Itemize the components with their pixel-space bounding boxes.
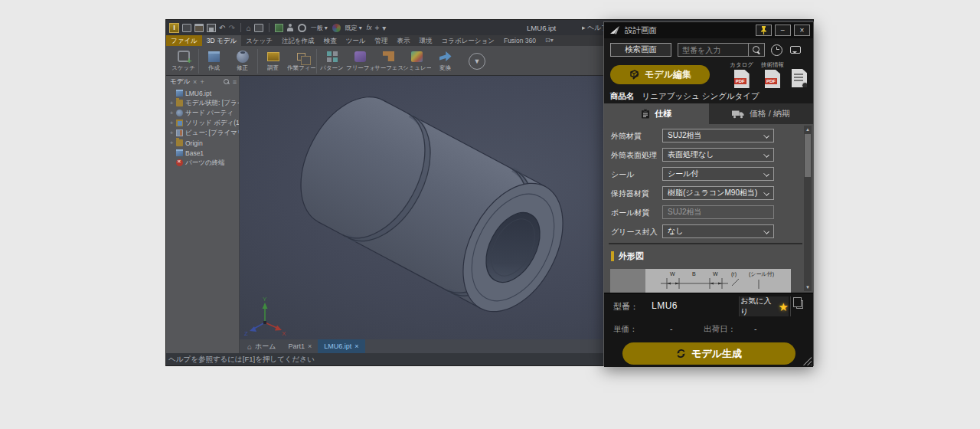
- tree-item-third-party[interactable]: + サード パーティ: [168, 108, 239, 118]
- seal-select[interactable]: シール付: [662, 167, 774, 181]
- unit-price-value: -: [670, 324, 673, 333]
- open-file-icon[interactable]: [194, 24, 204, 32]
- browser-search-icon[interactable]: [224, 79, 230, 85]
- doc-tab-lmu6[interactable]: LMU6.ipt ×: [318, 339, 364, 353]
- expand-icon[interactable]: +: [169, 129, 174, 136]
- tree-item-root[interactable]: LMU6.ipt: [168, 88, 239, 98]
- expand-icon[interactable]: +: [169, 139, 174, 146]
- ribbon-button-freeform[interactable]: フリーフォー...: [346, 47, 374, 75]
- physical-material-icon[interactable]: [298, 24, 306, 32]
- tab-environments[interactable]: 環境: [415, 35, 437, 46]
- technical-info-link[interactable]: 技術情報 PDF: [761, 61, 784, 88]
- doc-tab-home[interactable]: ⌂ ホーム: [241, 339, 282, 353]
- tab-annotate[interactable]: 注記を作成: [277, 35, 319, 46]
- ribbon-button-create[interactable]: 作成: [200, 47, 228, 75]
- tab-3d-model[interactable]: 3D モデル: [202, 35, 241, 46]
- copy-icon[interactable]: [796, 300, 803, 309]
- tree-item-base1[interactable]: Base1: [168, 148, 239, 158]
- material-icon[interactable]: [275, 24, 283, 32]
- ribbon-display-icon[interactable]: ⊡▾: [545, 35, 554, 46]
- tab-manage[interactable]: 管理: [371, 35, 393, 46]
- ribbon-expand-button[interactable]: ▼: [469, 53, 485, 70]
- tree-item-end-of-part[interactable]: パーツの終端: [168, 158, 239, 168]
- model-linear-bushing[interactable]: [280, 80, 583, 329]
- part-number-input[interactable]: [678, 43, 748, 57]
- clipboard-icon: [641, 109, 650, 119]
- expand-icon[interactable]: +: [169, 100, 174, 106]
- scrollbar[interactable]: ▲ ▼: [804, 126, 812, 291]
- close-icon[interactable]: ×: [354, 342, 358, 350]
- qat-caret-icon[interactable]: ▾: [382, 24, 386, 32]
- close-button[interactable]: ×: [794, 25, 810, 36]
- redo-icon[interactable]: ↷: [228, 24, 234, 32]
- render-icon[interactable]: [254, 24, 263, 32]
- grease-select[interactable]: なし: [662, 224, 774, 238]
- parameters-fx-icon[interactable]: fx: [367, 24, 372, 32]
- tree-item-solid-bodies[interactable]: + ソリッド ボディ(1): [168, 118, 239, 128]
- spec-sheet-icon[interactable]: [792, 69, 807, 87]
- history-icon[interactable]: [771, 44, 782, 56]
- material-dropdown[interactable]: 一般▾: [309, 24, 329, 32]
- expand-icon[interactable]: +: [169, 120, 174, 126]
- retainer-material-select[interactable]: 樹脂(ジュラコンM90相当): [662, 186, 774, 200]
- tab-fusion360[interactable]: Fusion 360: [499, 35, 541, 46]
- model-edit-button[interactable]: モデル編集: [610, 65, 710, 84]
- ribbon-button-convert[interactable]: 変換: [431, 47, 459, 75]
- pdf-icon: PDF: [765, 70, 780, 88]
- home-view-icon[interactable]: ⌂: [247, 24, 251, 32]
- ribbon-button-simulation[interactable]: シミュレー...: [403, 47, 431, 75]
- ribbon-separator: [198, 49, 199, 74]
- tree-item-model-states[interactable]: + モデル状態: [プライマリ]: [168, 98, 239, 108]
- form-row-retainer-material: 保持器材質 樹脂(ジュラコンM90相当): [604, 186, 813, 200]
- create-icon: [208, 51, 220, 62]
- inventor-logo-icon[interactable]: I: [169, 23, 179, 33]
- tab-view[interactable]: 表示: [393, 35, 415, 46]
- form-row-grease: グリース封入 なし: [604, 224, 813, 238]
- tab-specifications[interactable]: 仕様: [604, 103, 709, 124]
- ribbon-button-surface[interactable]: サーフェス: [374, 47, 403, 75]
- browser-menu-icon[interactable]: ≡: [233, 78, 237, 86]
- resize-grip[interactable]: [802, 356, 812, 365]
- ribbon-button-sketch[interactable]: スケッチ: [169, 47, 198, 75]
- browser-add-icon[interactable]: +: [200, 78, 204, 86]
- tab-sketch[interactable]: スケッチ: [241, 35, 277, 46]
- new-file-icon[interactable]: [182, 24, 191, 32]
- scroll-up-icon[interactable]: ▲: [804, 126, 812, 133]
- ribbon-button-modify[interactable]: 修正: [228, 47, 256, 75]
- tab-file[interactable]: ファイル: [166, 35, 202, 46]
- outer-material-select[interactable]: SUJ2相当: [662, 129, 774, 142]
- tree-item-view[interactable]: + ビュー: [プライマリ]: [168, 128, 239, 138]
- minimize-button[interactable]: −: [775, 25, 791, 36]
- undo-icon[interactable]: ↶: [219, 24, 225, 32]
- pdf-icon: PDF: [734, 70, 750, 88]
- tab-collaborate[interactable]: コラボレーション: [437, 35, 499, 46]
- search-screen-button[interactable]: 検索画面: [610, 43, 671, 57]
- browser-close-icon[interactable]: ×: [193, 78, 197, 86]
- close-icon[interactable]: ×: [308, 342, 312, 350]
- save-icon[interactable]: [207, 24, 216, 32]
- scrollbar-thumb[interactable]: [805, 134, 811, 177]
- appearance-dropdown[interactable]: 既定▾: [344, 24, 364, 32]
- surface-treatment-select[interactable]: 表面処理なし: [662, 148, 774, 162]
- generate-model-button[interactable]: モデル生成: [622, 342, 795, 365]
- share-icon[interactable]: [286, 24, 295, 32]
- catalog-link[interactable]: カタログ PDF: [730, 61, 753, 88]
- comment-icon[interactable]: [790, 46, 801, 54]
- expand-icon[interactable]: +: [169, 110, 174, 116]
- search-button[interactable]: [748, 43, 765, 57]
- tab-inspect[interactable]: 検査: [319, 35, 341, 46]
- appearance-icon[interactable]: [332, 24, 341, 32]
- doc-tab-part1[interactable]: Part1 ×: [282, 339, 318, 353]
- scroll-down-icon[interactable]: ▼: [804, 283, 812, 291]
- ribbon-button-inspect[interactable]: 調査: [259, 47, 287, 75]
- ribbon-button-work-features[interactable]: 作業フィー...: [287, 47, 315, 75]
- tab-price-delivery[interactable]: 価格 / 納期: [709, 103, 814, 124]
- favorite-button[interactable]: お気に入り ★: [740, 296, 789, 316]
- add-command-icon[interactable]: +: [374, 24, 379, 32]
- tree-item-origin[interactable]: + Origin: [168, 138, 239, 148]
- pin-button[interactable]: [756, 25, 772, 36]
- panel-titlebar[interactable]: 設計画面 − ×: [604, 22, 813, 38]
- tab-tools[interactable]: ツール: [341, 35, 371, 46]
- browser-tab-model[interactable]: モデル: [170, 77, 190, 87]
- ribbon-button-pattern[interactable]: パターン: [318, 47, 346, 75]
